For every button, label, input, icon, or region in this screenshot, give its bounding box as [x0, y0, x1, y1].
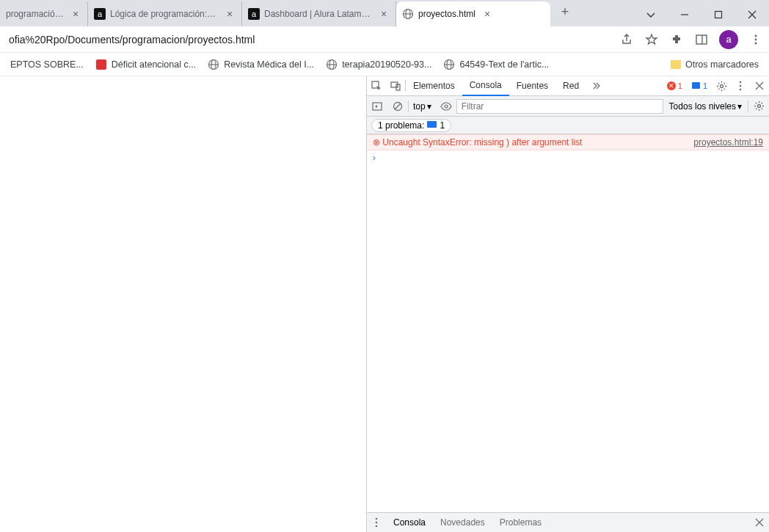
caret-down-icon: ▾ [427, 101, 431, 112]
star-icon[interactable] [644, 32, 659, 47]
svg-point-34 [376, 522, 378, 524]
svg-point-7 [755, 34, 757, 37]
address-actions: a [619, 30, 763, 49]
svg-point-26 [740, 89, 742, 91]
content-area: Elementos Consola Fuentes Red ✕1 1 top ▾… [0, 76, 769, 532]
svg-point-25 [740, 85, 742, 87]
kebab-icon[interactable] [731, 76, 750, 96]
console-prompt[interactable]: › [367, 150, 769, 165]
bookmark-item[interactable]: terapia20190520-93... [320, 54, 437, 75]
error-icon: ✕ [667, 81, 676, 90]
drawer-tab-whatsnew[interactable]: Novedades [433, 517, 492, 528]
bookmark-item[interactable]: EPTOS SOBRE... [4, 54, 90, 75]
globe-icon [402, 8, 414, 20]
bookmark-label: Déficit atencional c... [112, 59, 196, 70]
gear-icon[interactable] [712, 76, 731, 96]
site-icon [95, 59, 107, 70]
tab-1[interactable]: a Lógica de programación: Pri × [88, 1, 242, 26]
url-text[interactable]: ofia%20Rpo/Documents/programacion/proyec… [6, 34, 613, 45]
kebab-icon[interactable] [367, 517, 386, 528]
sidepanel-icon[interactable] [694, 32, 709, 47]
context-selector[interactable]: top ▾ [409, 101, 436, 112]
svg-point-23 [720, 84, 723, 87]
clear-console-icon[interactable] [387, 96, 408, 117]
extensions-icon[interactable] [669, 32, 684, 47]
error-message: ⊗ Uncaught SyntaxError: missing ) after … [373, 137, 582, 147]
maximize-button[interactable] [701, 3, 735, 26]
devtools-drawer: Consola Novedades Problemas [367, 512, 769, 532]
gear-icon[interactable] [748, 96, 769, 117]
bookmark-item[interactable]: Déficit atencional c... [90, 54, 202, 75]
tab-network[interactable]: Red [555, 76, 586, 96]
tab-console[interactable]: Consola [462, 76, 509, 96]
log-levels-selector[interactable]: Todos los niveles ▾ [663, 101, 748, 112]
alura-icon: a [248, 8, 260, 20]
other-bookmarks[interactable]: Otros marcadores [665, 59, 765, 70]
issues-count-badge[interactable]: 1 [687, 81, 712, 91]
svg-point-8 [755, 38, 757, 40]
tab-title: Lógica de programación: Pri [110, 9, 218, 19]
svg-rect-32 [427, 121, 437, 128]
bookmark-label: Revista Médica del I... [224, 59, 314, 70]
page-viewport [0, 76, 366, 532]
devtools-tabstrip: Elementos Consola Fuentes Red ✕1 1 [367, 76, 769, 96]
address-bar: ofia%20Rpo/Documents/programacion/proyec… [0, 26, 769, 53]
device-icon[interactable] [386, 76, 405, 96]
tab-2[interactable]: a Dashboard | Alura Latam - C × [242, 1, 396, 26]
svg-rect-5 [696, 35, 707, 44]
minimize-button[interactable] [668, 3, 701, 26]
drawer-tab-issues[interactable]: Problemas [492, 517, 549, 528]
close-icon[interactable]: × [481, 8, 493, 20]
bookmarks-bar: EPTOS SOBRE... Déficit atencional c... R… [0, 53, 769, 76]
issues-count: 1 [440, 120, 445, 131]
bookmark-item[interactable]: Revista Médica del I... [202, 54, 320, 75]
console-error-row[interactable]: ⊗ Uncaught SyntaxError: missing ) after … [367, 134, 769, 150]
console-toolbar: top ▾ Todos los niveles ▾ [367, 96, 769, 117]
issues-label: 1 problema: [378, 120, 424, 131]
close-icon[interactable]: × [70, 8, 81, 20]
bookmark-label: EPTOS SOBRE... [10, 59, 84, 70]
other-bookmarks-label: Otros marcadores [685, 59, 759, 70]
tab-title: proyectos.html [418, 9, 475, 19]
svg-point-9 [755, 42, 757, 44]
drawer-tab-console[interactable]: Consola [386, 517, 433, 528]
close-icon[interactable]: × [224, 8, 236, 20]
error-count-badge[interactable]: ✕1 [663, 81, 687, 90]
devtools-panel: Elementos Consola Fuentes Red ✕1 1 top ▾… [366, 76, 769, 532]
console-output: ⊗ Uncaught SyntaxError: missing ) after … [367, 134, 769, 512]
bookmark-label: terapia20190520-93... [342, 59, 431, 70]
browser-titlebar: programación: Pri × a Lógica de programa… [0, 0, 769, 26]
close-window-button[interactable] [735, 3, 769, 26]
globe-icon [443, 59, 455, 70]
eye-icon[interactable] [436, 96, 456, 117]
tab-sources[interactable]: Fuentes [509, 76, 555, 96]
chevron-down-icon[interactable] [634, 3, 668, 26]
inspect-icon[interactable] [367, 76, 386, 96]
tab-3[interactable]: proyectos.html × [396, 1, 550, 26]
caret-down-icon: ▾ [737, 101, 742, 112]
folder-icon [671, 60, 681, 69]
menu-icon[interactable] [748, 32, 763, 47]
window-controls [634, 3, 769, 26]
globe-icon [326, 59, 338, 70]
close-icon[interactable]: × [378, 8, 390, 20]
issues-chip[interactable]: 1 problema: 1 [371, 119, 451, 132]
bookmark-item[interactable]: 64549-Text de l'artic... [437, 54, 555, 75]
more-tabs-icon[interactable] [586, 76, 605, 96]
filter-input[interactable] [456, 99, 663, 114]
svg-point-35 [376, 525, 378, 528]
close-devtools-icon[interactable] [750, 76, 769, 96]
tab-title: programación: Pri [6, 9, 64, 19]
sidebar-toggle-icon[interactable] [367, 96, 387, 117]
error-source-link[interactable]: proyectos.html:19 [693, 137, 763, 147]
close-drawer-icon[interactable] [750, 518, 769, 527]
tab-0[interactable]: programación: Pri × [0, 1, 88, 26]
svg-point-30 [445, 105, 448, 108]
alura-icon: a [94, 8, 106, 20]
share-icon[interactable] [619, 32, 634, 47]
tab-title: Dashboard | Alura Latam - C [264, 9, 372, 19]
new-tab-button[interactable]: + [555, 1, 575, 22]
tab-elements[interactable]: Elementos [406, 76, 462, 96]
profile-avatar[interactable]: a [719, 30, 738, 49]
svg-point-33 [376, 518, 378, 520]
